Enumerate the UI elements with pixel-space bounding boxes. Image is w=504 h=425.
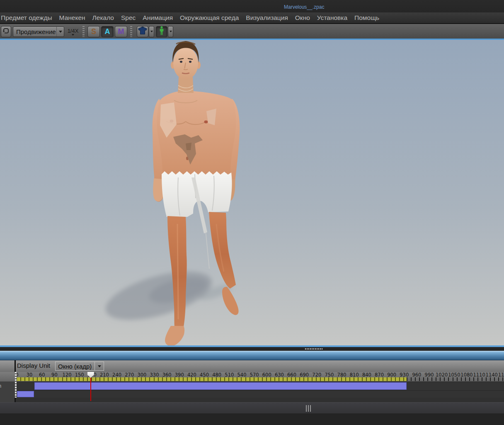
ruler-frame-label: 1140 [486, 372, 498, 378]
display-unit-select[interactable]: Окно (кадр) [55, 362, 104, 371]
uncached-frames-ticks [407, 377, 504, 381]
ruler-frame-label: 300 [137, 372, 146, 378]
menu-item-окружающая-среда[interactable]: Окружающая среда [180, 14, 239, 22]
menu-item-установка[interactable]: Установка [317, 14, 347, 22]
ruler-frame-label: 990 [425, 372, 434, 378]
menu-item-предмет-одежды[interactable]: Предмет одежды [1, 14, 52, 22]
ruler-frame-label: 660 [287, 372, 296, 378]
chevron-down-icon [150, 31, 153, 32]
title-bar: Marvelous__.zpac [0, 0, 504, 12]
garment-options-dropdown[interactable] [149, 26, 154, 37]
menu-item-окно[interactable]: Окно [295, 14, 310, 22]
track-name-label: n [0, 383, 1, 389]
viewport-3d[interactable] [0, 40, 504, 345]
toolbar-separator [82, 26, 85, 37]
chevron-down-icon [170, 31, 172, 32]
track-name-gutter: n [0, 381, 15, 402]
track-row[interactable] [0, 390, 504, 398]
timeline-area[interactable]: 0306090120150180210240270300330360390420… [0, 372, 504, 402]
ruler-frame-label: 540 [237, 372, 246, 378]
chevron-down-icon [56, 27, 64, 36]
loop-playback-button[interactable] [1, 26, 11, 37]
ruler-frame-label: 1110 [473, 372, 485, 378]
panel-divider [15, 398, 16, 402]
playback-speed-button[interactable]: 1/4X [66, 28, 80, 36]
avatar-display-group [156, 26, 173, 37]
ruler-frame-label: 270 [125, 372, 134, 378]
person-icon [159, 26, 165, 37]
display-unit-label: Display Unit [17, 362, 50, 369]
track-row[interactable] [0, 381, 504, 390]
ruler-frame-label: 1020 [436, 372, 448, 378]
male-avatar-figure[interactable] [99, 40, 274, 345]
cached-frames-bar [16, 377, 407, 381]
show-garment-button[interactable] [137, 26, 148, 37]
avatar-options-dropdown[interactable] [168, 26, 173, 37]
toolbar: Продвижение 1/4X SAM [0, 24, 504, 39]
bottom-panel-background [0, 413, 504, 425]
toolbar-separator [130, 26, 132, 37]
ruler-frame-label: 390 [175, 372, 184, 378]
ruler-frame-label: 120 [63, 372, 72, 378]
mode-button-a[interactable]: A [101, 26, 114, 37]
menu-item-анимация[interactable]: Анимация [143, 14, 173, 22]
ruler-frame-label: 570 [250, 372, 259, 378]
ruler-frame-label: 630 [275, 372, 284, 378]
gutter-resize-handle[interactable] [15, 372, 17, 398]
panel-divider [15, 360, 16, 372]
ruler-frame-label: 150 [75, 372, 84, 378]
ruler-frame-label: 30 [27, 372, 33, 378]
ruler-frame-label: 240 [112, 372, 121, 378]
loop-arrow-icon [2, 28, 10, 36]
menu-item-помощь[interactable]: Помощь [354, 14, 379, 22]
menu-bar: Предмет одеждыМанекенЛекалоSpecАнимацияО… [0, 12, 504, 23]
ruler-frame-label: 960 [412, 372, 421, 378]
ruler-frame-label: 870 [375, 372, 384, 378]
display-unit-row: Display Unit Окно (кадр) [0, 360, 504, 372]
simulation-mode-group: SAM [87, 26, 127, 37]
tshirt-icon [138, 27, 148, 36]
ruler-frame-label: 1080 [460, 372, 472, 378]
ruler-frame-label: 420 [187, 372, 196, 378]
ruler-frame-label: 510 [225, 372, 234, 378]
ruler-frame-label: 930 [400, 372, 409, 378]
splitter-grip-icon [306, 405, 311, 412]
animation-mode-select[interactable]: Продвижение [13, 27, 64, 37]
ruler-frame-label: 900 [387, 372, 396, 378]
mode-button-m[interactable]: M [115, 26, 127, 37]
ruler-frame-label: 1050 [448, 372, 460, 378]
ruler-frame-label: 600 [262, 372, 271, 378]
display-unit-value: Окно (кадр) [56, 363, 94, 370]
viewport-timeline-splitter[interactable] [0, 347, 504, 351]
ruler-frame-label: 1170 [498, 372, 504, 378]
ruler-frame-label: 210 [100, 372, 109, 378]
playback-speed-label: 1/4X [68, 28, 79, 34]
timeline-bottom-splitter[interactable] [0, 402, 504, 413]
menu-item-spec[interactable]: Spec [121, 14, 136, 22]
timeline-title-bar [0, 351, 504, 360]
window-title: Marvelous__.zpac [284, 4, 324, 10]
chevron-down-icon [72, 34, 74, 36]
ruler-frame-label: 360 [162, 372, 172, 378]
show-avatar-button[interactable] [156, 26, 167, 37]
menu-item-лекало[interactable]: Лекало [92, 14, 114, 22]
ruler-frame-label: 60 [39, 372, 45, 378]
ruler-frame-label: 720 [312, 372, 321, 378]
menu-item-манекен[interactable]: Манекен [59, 14, 85, 22]
ruler-frame-label: 840 [362, 372, 371, 378]
chevron-down-icon [94, 362, 104, 370]
ruler-frame-label: 750 [325, 372, 334, 378]
ruler-frame-label: 810 [350, 372, 359, 378]
mode-button-s[interactable]: S [87, 26, 100, 37]
animation-clip[interactable] [17, 391, 34, 397]
ruler-frame-label: 480 [212, 372, 221, 378]
ruler-frame-label: 780 [337, 372, 346, 378]
animation-mode-value: Продвижение [13, 28, 56, 35]
garment-display-group [137, 26, 154, 37]
ruler-frame-label: 690 [300, 372, 309, 378]
ruler-frame-label: 90 [51, 372, 58, 378]
ruler-frame-label: 330 [150, 372, 159, 378]
ruler-frame-label: 450 [200, 372, 209, 378]
splitter-grip-icon [305, 348, 322, 350]
menu-item-визуализация[interactable]: Визуализация [246, 14, 288, 22]
